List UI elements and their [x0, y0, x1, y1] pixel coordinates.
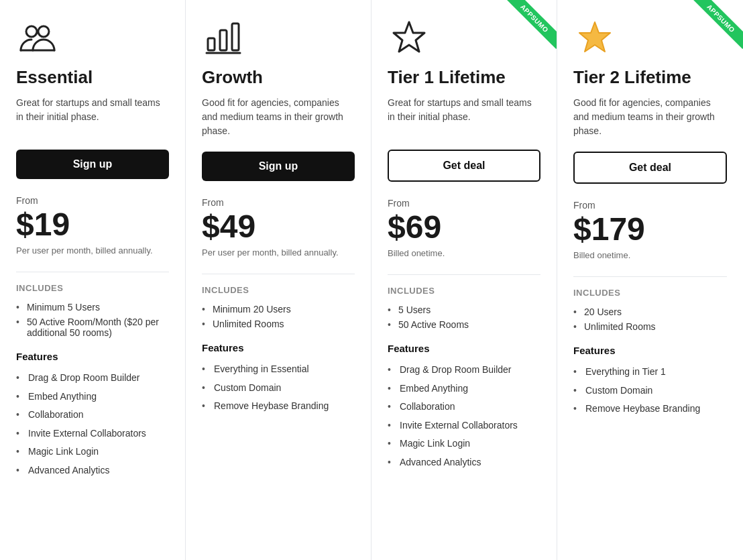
plan-name: Growth	[202, 67, 355, 88]
features-list: Drag & Drop Room BuilderEmbed AnythingCo…	[16, 369, 169, 480]
includes-list: 5 Users50 Active Rooms	[388, 302, 540, 332]
svg-rect-2	[208, 38, 215, 50]
divider	[388, 274, 540, 275]
divider	[202, 274, 355, 274]
feature-item: Embed Anything	[16, 388, 169, 406]
divider	[16, 272, 169, 272]
includes-item: 5 Users	[388, 302, 540, 317]
feature-item: Magic Link Login	[388, 435, 540, 453]
feature-item: Magic Link Login	[16, 443, 169, 461]
includes-label: Includes	[388, 286, 540, 296]
plan-description: Great for startups and small teams in th…	[388, 96, 540, 136]
cta-button[interactable]: Get deal	[388, 150, 540, 182]
includes-item: Minimum 5 Users	[16, 300, 169, 315]
plan-name: Essential	[16, 67, 169, 88]
features-label: Features	[202, 342, 355, 353]
plan-name: Tier 2 Lifetime	[573, 67, 727, 88]
includes-label: Includes	[16, 283, 169, 293]
includes-label: Includes	[573, 288, 727, 298]
price-amount: $179	[573, 212, 727, 247]
plan-card-essential: Essential Great for startups and small t…	[0, 0, 186, 560]
includes-item: 50 Active Rooms	[388, 317, 540, 332]
feature-item: Invite External Collaborators	[388, 416, 540, 435]
appsumo-badge: APPSUMO	[683, 0, 743, 60]
feature-item: Remove Heybase Branding	[202, 397, 355, 416]
cta-button[interactable]: Sign up	[202, 152, 355, 181]
from-label: From	[388, 198, 540, 209]
feature-item: Invite External Collaborators	[16, 425, 169, 443]
feature-item: Drag & Drop Room Builder	[16, 369, 169, 388]
plan-icon-users	[16, 16, 59, 59]
plan-icon-star-filled	[573, 16, 616, 59]
from-label: From	[573, 200, 727, 211]
plan-description: Good fit for agencies, companies and med…	[202, 96, 355, 138]
feature-item: Embed Anything	[388, 380, 540, 398]
includes-list: Minimum 20 UsersUnlimited Rooms	[202, 302, 355, 331]
from-label: From	[202, 197, 355, 208]
feature-item: Drag & Drop Room Builder	[388, 361, 540, 380]
price-period: Billed onetime.	[388, 248, 540, 258]
cta-button[interactable]: Get deal	[573, 152, 727, 184]
includes-item: 20 Users	[573, 304, 727, 319]
includes-item: Unlimited Rooms	[202, 317, 355, 331]
includes-list: 20 UsersUnlimited Rooms	[573, 304, 727, 334]
price-amount: $69	[388, 210, 540, 245]
price-period: Per user per month, billed annually.	[16, 245, 169, 256]
feature-item: Custom Domain	[202, 379, 355, 398]
price-period: Per user per month, billed annually.	[202, 247, 355, 258]
feature-item: Everything in Essential	[202, 360, 355, 379]
plan-icon-star-outline	[388, 16, 431, 59]
svg-point-1	[38, 26, 49, 37]
includes-list: Minimum 5 Users50 Active Room/Month ($20…	[16, 300, 169, 340]
appsumo-badge: APPSUMO	[496, 0, 557, 60]
appsumo-badge-text: APPSUMO	[690, 0, 743, 49]
feature-item: Collaboration	[388, 398, 540, 416]
price-amount: $49	[202, 209, 355, 245]
from-label: From	[16, 195, 169, 206]
plan-description: Good fit for agencies, companies and med…	[573, 96, 727, 138]
feature-item: Everything in Tier 1	[573, 363, 727, 382]
svg-marker-6	[394, 22, 424, 52]
svg-point-0	[26, 26, 37, 37]
features-list: Everything in Tier 1Custom DomainRemove …	[573, 363, 727, 418]
pricing-grid: Essential Great for startups and small t…	[0, 0, 743, 560]
plan-description: Great for startups and small teams in th…	[16, 96, 169, 136]
svg-marker-7	[579, 22, 610, 52]
feature-item: Custom Domain	[573, 382, 727, 400]
feature-item: Advanced Analytics	[16, 461, 169, 480]
includes-item: Unlimited Rooms	[573, 319, 727, 334]
cta-button[interactable]: Sign up	[16, 150, 169, 179]
features-label: Features	[388, 343, 540, 354]
includes-label: Includes	[202, 285, 355, 295]
price-amount: $19	[16, 207, 169, 243]
plan-card-growth: Growth Good fit for agencies, companies …	[186, 0, 372, 560]
feature-item: Advanced Analytics	[388, 453, 540, 472]
plan-icon-chart	[202, 16, 245, 59]
features-list: Everything in EssentialCustom DomainRemo…	[202, 360, 355, 416]
price-period: Billed onetime.	[573, 250, 727, 260]
features-label: Features	[573, 345, 727, 356]
svg-rect-4	[232, 23, 239, 50]
feature-item: Collaboration	[16, 406, 169, 425]
features-list: Drag & Drop Room BuilderEmbed AnythingCo…	[388, 361, 540, 472]
divider	[573, 276, 727, 277]
plan-name: Tier 1 Lifetime	[388, 67, 540, 88]
features-label: Features	[16, 351, 169, 362]
plan-card-tier1: APPSUMO Tier 1 Lifetime Great for startu…	[372, 0, 557, 560]
feature-item: Remove Heybase Branding	[573, 400, 727, 418]
svg-rect-3	[220, 30, 227, 50]
includes-item: Minimum 20 Users	[202, 302, 355, 317]
appsumo-badge-text: APPSUMO	[504, 0, 557, 49]
includes-item: 50 Active Room/Month ($20 per additional…	[16, 315, 169, 340]
plan-card-tier2: APPSUMO Tier 2 Lifetime Good fit for age…	[557, 0, 743, 560]
